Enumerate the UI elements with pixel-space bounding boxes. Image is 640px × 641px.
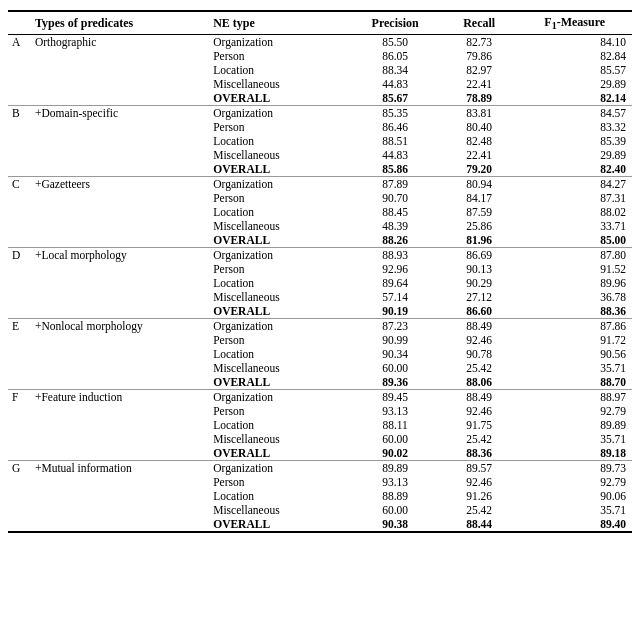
recall-value: 84.17 xyxy=(441,191,517,205)
table-row: OVERALL90.3888.4489.40 xyxy=(8,517,632,532)
ne-type: Organization xyxy=(209,248,349,263)
recall-value: 27.12 xyxy=(441,290,517,304)
col-ne-header: NE type xyxy=(209,11,349,35)
predicate-type xyxy=(31,475,209,489)
table-row: Person93.1392.4692.79 xyxy=(8,475,632,489)
recall-value: 25.42 xyxy=(441,432,517,446)
precision-value: 90.70 xyxy=(349,191,441,205)
ne-type: Person xyxy=(209,333,349,347)
group-id xyxy=(8,404,31,418)
recall-value: 92.46 xyxy=(441,404,517,418)
predicate-type xyxy=(31,446,209,461)
ne-type: OVERALL xyxy=(209,91,349,106)
ne-type: Organization xyxy=(209,35,349,50)
group-id xyxy=(8,503,31,517)
table-row: OVERALL85.6778.8982.14 xyxy=(8,91,632,106)
ne-type: OVERALL xyxy=(209,375,349,390)
precision-value: 88.11 xyxy=(349,418,441,432)
table-row: C+GazetteersOrganization87.8980.9484.27 xyxy=(8,177,632,192)
f1-value: 35.71 xyxy=(517,432,632,446)
f1-value: 82.14 xyxy=(517,91,632,106)
predicate-type xyxy=(31,375,209,390)
ne-type: Miscellaneous xyxy=(209,148,349,162)
ne-type: OVERALL xyxy=(209,304,349,319)
ne-type: Organization xyxy=(209,390,349,405)
precision-value: 85.67 xyxy=(349,91,441,106)
ne-type: Location xyxy=(209,489,349,503)
precision-value: 90.02 xyxy=(349,446,441,461)
precision-value: 57.14 xyxy=(349,290,441,304)
table-row: G+Mutual informationOrganization89.8989.… xyxy=(8,461,632,476)
group-id xyxy=(8,63,31,77)
recall-value: 82.73 xyxy=(441,35,517,50)
recall-value: 88.44 xyxy=(441,517,517,532)
group-id xyxy=(8,375,31,390)
ne-type: Person xyxy=(209,404,349,418)
recall-value: 25.42 xyxy=(441,503,517,517)
table-row: Location89.6490.2989.96 xyxy=(8,276,632,290)
group-id: B xyxy=(8,106,31,121)
f1-value: 92.79 xyxy=(517,404,632,418)
col-pred-header: Types of predicates xyxy=(31,11,209,35)
table-row: OVERALL85.8679.2082.40 xyxy=(8,162,632,177)
group-id xyxy=(8,418,31,432)
ne-type: Miscellaneous xyxy=(209,219,349,233)
f1-value: 35.71 xyxy=(517,361,632,375)
ne-type: Miscellaneous xyxy=(209,77,349,91)
table-row: AOrthographicOrganization85.5082.7384.10 xyxy=(8,35,632,50)
recall-value: 89.57 xyxy=(441,461,517,476)
ne-type: Miscellaneous xyxy=(209,432,349,446)
precision-value: 87.23 xyxy=(349,319,441,334)
recall-value: 25.86 xyxy=(441,219,517,233)
precision-value: 85.50 xyxy=(349,35,441,50)
recall-value: 86.69 xyxy=(441,248,517,263)
precision-value: 60.00 xyxy=(349,503,441,517)
f1-value: 92.79 xyxy=(517,475,632,489)
f1-value: 89.89 xyxy=(517,418,632,432)
col-precision-header: Precision xyxy=(349,11,441,35)
ne-type: Location xyxy=(209,63,349,77)
predicate-type: +Gazetteers xyxy=(31,177,209,192)
ne-type: Organization xyxy=(209,106,349,121)
precision-value: 88.45 xyxy=(349,205,441,219)
f1-value: 29.89 xyxy=(517,77,632,91)
f1-value: 87.86 xyxy=(517,319,632,334)
group-id xyxy=(8,347,31,361)
f1-value: 89.96 xyxy=(517,276,632,290)
precision-value: 89.36 xyxy=(349,375,441,390)
group-id xyxy=(8,77,31,91)
predicate-type xyxy=(31,120,209,134)
f1-value: 91.72 xyxy=(517,333,632,347)
precision-value: 90.34 xyxy=(349,347,441,361)
predicate-type: Orthographic xyxy=(31,35,209,50)
predicate-type xyxy=(31,418,209,432)
precision-value: 60.00 xyxy=(349,432,441,446)
recall-value: 82.48 xyxy=(441,134,517,148)
predicate-type xyxy=(31,517,209,532)
f1-value: 85.00 xyxy=(517,233,632,248)
f1-value: 89.73 xyxy=(517,461,632,476)
group-id xyxy=(8,361,31,375)
recall-value: 88.49 xyxy=(441,319,517,334)
precision-value: 88.26 xyxy=(349,233,441,248)
table-row: Person86.4680.4083.32 xyxy=(8,120,632,134)
ne-type: Location xyxy=(209,134,349,148)
table-row: Person93.1392.4692.79 xyxy=(8,404,632,418)
ne-type: OVERALL xyxy=(209,446,349,461)
predicate-type xyxy=(31,63,209,77)
table-row: D+Local morphologyOrganization88.9386.69… xyxy=(8,248,632,263)
f1-value: 33.71 xyxy=(517,219,632,233)
table-row: Location88.3482.9785.57 xyxy=(8,63,632,77)
group-id xyxy=(8,49,31,63)
group-id xyxy=(8,333,31,347)
recall-value: 22.41 xyxy=(441,77,517,91)
f1-value: 85.57 xyxy=(517,63,632,77)
predicate-type xyxy=(31,49,209,63)
table-row: Miscellaneous48.3925.8633.71 xyxy=(8,219,632,233)
f1-value: 88.97 xyxy=(517,390,632,405)
f1-value: 91.52 xyxy=(517,262,632,276)
table-row: Person90.9992.4691.72 xyxy=(8,333,632,347)
predicate-type xyxy=(31,162,209,177)
ne-type: Miscellaneous xyxy=(209,290,349,304)
precision-value: 44.83 xyxy=(349,148,441,162)
